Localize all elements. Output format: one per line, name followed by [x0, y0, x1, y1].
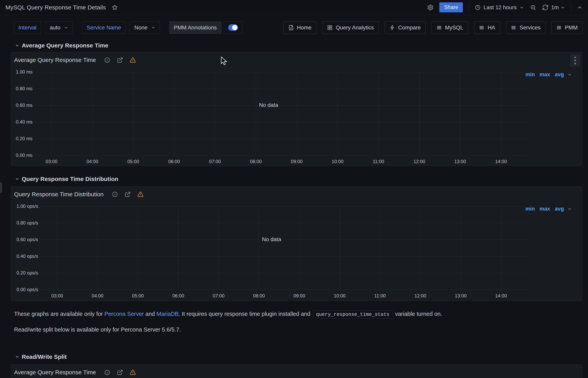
section-row-average-query-response-time[interactable]: Average Query Response Time [15, 41, 582, 50]
percona-server-link[interactable]: Percona Server [104, 311, 144, 317]
h-gridline [35, 122, 527, 122]
v-gridline [92, 72, 93, 155]
ha-button[interactable]: HA [474, 21, 500, 34]
compare-button[interactable]: Compare [385, 21, 426, 34]
x-tick-label: 11:00 [373, 159, 384, 164]
legend-max[interactable]: max [539, 206, 550, 212]
chevron-down-icon [15, 177, 19, 181]
collapse-chevron-up-icon[interactable] [577, 5, 583, 10]
h-gridline [41, 273, 527, 273]
refresh-interval-dropdown[interactable]: 1m [551, 4, 565, 11]
v-gridline [138, 206, 138, 290]
y-tick-label: 0.20 ops/s [16, 270, 38, 276]
y-tick-label: 0.60 ms [16, 103, 33, 108]
x-tick-label: 12:00 [413, 159, 425, 164]
list-icon [556, 25, 562, 30]
x-tick-label: 12:00 [414, 293, 426, 299]
panel-title: Query Response Time Distribution [14, 191, 104, 198]
info-icon[interactable] [104, 57, 110, 63]
legend-max[interactable]: max [539, 72, 550, 78]
apps-icon [327, 25, 332, 30]
settings-gear-icon[interactable] [427, 4, 434, 11]
v-gridline [133, 72, 133, 155]
y-tick-label: 0.20 ms [16, 136, 33, 141]
external-link-icon[interactable] [117, 57, 123, 63]
section-row-read-write-split[interactable]: Read/Write Split [15, 352, 582, 361]
panel-read-write-split-average-query-response-time: Average Query Response Time [11, 364, 582, 378]
chart-plot-area[interactable]: No data 03:0004:0005:0006:0007:0008:0009… [41, 206, 527, 290]
h-gridline [41, 223, 527, 223]
v-gridline [501, 72, 501, 155]
v-gridline [178, 206, 179, 290]
clock-icon [475, 4, 481, 10]
pmm-button[interactable]: PMM [551, 21, 583, 34]
x-tick-label: 05:00 [127, 159, 139, 164]
h-gridline [41, 256, 527, 256]
panel-header[interactable]: Query Response Time Distribution [11, 187, 582, 198]
legend-avg[interactable]: avg [555, 72, 564, 78]
share-button[interactable]: Share [439, 2, 463, 12]
x-tick-label: 10:00 [334, 293, 345, 299]
h-gridline [35, 105, 527, 106]
chevron-down-icon [151, 26, 155, 30]
warning-triangle-icon[interactable] [130, 57, 136, 63]
h-gridline [41, 290, 527, 290]
panel-header[interactable]: Average Query Response Time [11, 365, 582, 376]
v-gridline [420, 206, 421, 290]
x-tick-label: 11:00 [374, 293, 386, 299]
refresh-icon[interactable] [542, 4, 549, 11]
x-tick-label: 08:00 [253, 293, 265, 299]
section-row-query-response-time-distribution[interactable]: Query Response Time Distribution [15, 175, 582, 184]
v-gridline [297, 72, 297, 155]
external-link-icon[interactable] [125, 191, 131, 197]
x-tick-label: 05:00 [132, 293, 144, 299]
home-button[interactable]: Home [283, 21, 317, 34]
y-tick-label: 0.40 ms [16, 119, 33, 125]
panel-header[interactable]: Average Query Response Time [11, 52, 582, 63]
chevron-down-icon [15, 43, 19, 48]
time-range-label: Last 12 hours [483, 4, 517, 11]
zoom-out-icon[interactable] [530, 4, 536, 11]
panel-query-response-time-distribution: Query Response Time Distribution min max… [11, 187, 582, 301]
x-tick-label: 06:00 [172, 293, 184, 299]
panel-title: Average Query Response Time [14, 369, 96, 376]
legend-min[interactable]: min [525, 206, 535, 212]
interval-value: auto [50, 25, 61, 31]
services-button[interactable]: Services [506, 21, 545, 34]
interval-select[interactable]: auto [45, 21, 73, 34]
info-icon[interactable] [112, 191, 118, 197]
mysql-button[interactable]: MySQL [432, 21, 468, 34]
warning-triangle-icon[interactable] [130, 369, 136, 376]
warning-triangle-icon[interactable] [137, 191, 144, 197]
query-analytics-button[interactable]: Query Analytics [322, 21, 379, 34]
x-tick-label: 14:00 [495, 159, 507, 164]
time-range-picker[interactable]: Last 12 hours [475, 4, 524, 11]
bolt-icon [390, 25, 395, 30]
refresh-interval-label: 1m [551, 4, 559, 11]
pmm-annotations-toggle[interactable] [224, 21, 243, 34]
v-gridline [461, 206, 461, 290]
x-tick-label: 07:00 [209, 159, 221, 164]
grafana-dashboard: { "top_nav": { "title": "MySQL Query Res… [0, 0, 588, 378]
panel-menu-kebab-icon[interactable] [570, 54, 580, 67]
x-tick-label: 06:00 [168, 159, 180, 164]
interval-label: Interval [14, 21, 41, 34]
y-tick-label: 0.80 ms [16, 86, 33, 91]
panel-average-query-response-time: Average Query Response Time min max avg [11, 52, 582, 166]
toggle-switch[interactable] [228, 24, 238, 31]
mariadb-link[interactable]: MariaDB [156, 311, 179, 317]
external-link-icon[interactable] [117, 369, 123, 376]
favorite-star-icon[interactable] [112, 4, 118, 11]
h-gridline [35, 89, 527, 89]
x-tick-label: 09:00 [291, 159, 303, 164]
dashboard-toolbar: Interval auto Service Name None PMM Anno… [0, 15, 588, 34]
left-edge-handle[interactable] [0, 182, 2, 193]
service-name-select[interactable]: None [130, 21, 160, 34]
legend-min[interactable]: min [525, 72, 535, 78]
chart-plot-area[interactable]: No data 03:0004:0005:0006:0007:0008:0009… [35, 72, 527, 155]
x-tick-label: 04:00 [87, 159, 98, 164]
x-tick-label: 14:00 [495, 293, 507, 299]
info-icon[interactable] [104, 369, 110, 376]
legend-avg[interactable]: avg [555, 206, 564, 212]
note-compatibility: These graphs are available only for Perc… [14, 310, 582, 319]
